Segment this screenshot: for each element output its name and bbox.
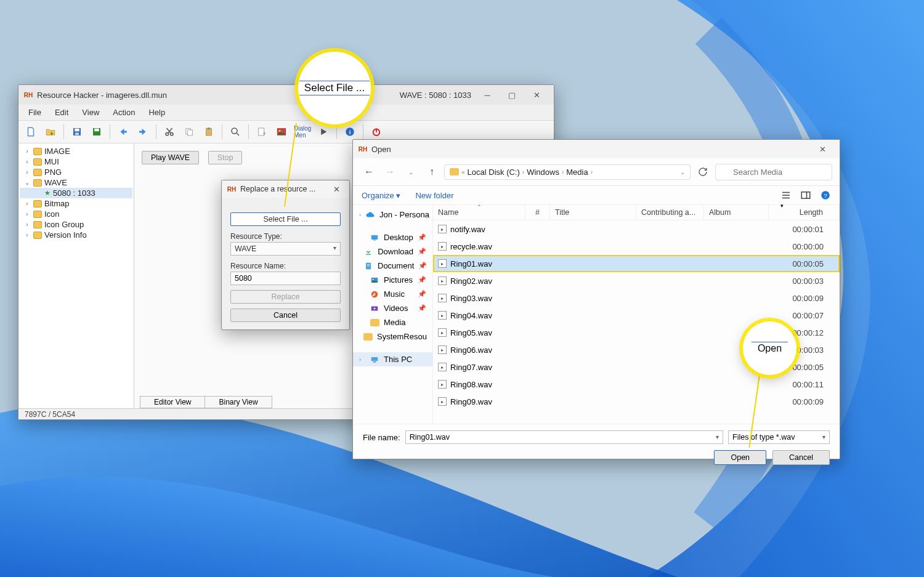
pin-icon[interactable]: 📌 xyxy=(418,262,427,270)
pin-icon[interactable]: 📌 xyxy=(418,233,426,241)
pin-icon[interactable]: 📌 xyxy=(418,276,426,284)
new-folder-button[interactable]: New folder xyxy=(415,191,453,200)
sidebar-item-download[interactable]: Download📌 xyxy=(353,244,432,259)
file-list-rows[interactable]: ▸notify.wav00:00:01▸recycle.wav00:00:00▸… xyxy=(433,220,840,424)
menu-help[interactable]: Help xyxy=(142,106,171,119)
sidebar-item-this-pc[interactable]: ›This PC xyxy=(353,352,432,366)
crumb-media[interactable]: Media xyxy=(566,167,588,177)
tree-caret-icon[interactable]: › xyxy=(23,232,31,238)
save-as-icon[interactable] xyxy=(88,123,105,140)
file-row[interactable]: ▸notify.wav00:00:01 xyxy=(433,220,840,238)
forward-icon[interactable]: → xyxy=(381,163,399,180)
sidebar-item-media[interactable]: Media xyxy=(353,315,432,329)
file-row[interactable]: ▸Ring03.wav00:00:09 xyxy=(433,289,840,307)
sidebar-item-desktop[interactable]: Desktop📌 xyxy=(353,230,432,244)
filename-input[interactable]: Ring01.wav xyxy=(405,430,723,444)
open-sidebar[interactable]: ›Jon - PersonaDesktop📌Download📌Document📌… xyxy=(353,205,433,424)
copy-icon[interactable] xyxy=(180,123,198,140)
tree-item-wave[interactable]: ⌄WAVE xyxy=(20,177,132,188)
search-input[interactable] xyxy=(715,164,832,180)
arrow-left-icon[interactable] xyxy=(115,123,132,140)
tree-caret-icon[interactable]: › xyxy=(23,158,31,165)
sidebar-item-music[interactable]: Music📌 xyxy=(353,287,432,301)
view-mode-icon[interactable]: ▾ xyxy=(780,190,792,201)
new-file-icon[interactable] xyxy=(22,123,39,140)
arrow-right-icon[interactable] xyxy=(134,123,152,140)
menu-action[interactable]: Action xyxy=(107,106,141,119)
play-wave-button[interactable]: Play WAVE xyxy=(142,151,199,164)
file-row[interactable]: ▸Ring04.wav00:00:07 xyxy=(433,307,840,324)
power-icon[interactable] xyxy=(368,123,385,140)
editor-view-tab[interactable]: Editor View xyxy=(140,396,205,408)
tree-item-image[interactable]: ›IMAGE xyxy=(20,146,132,156)
save-icon[interactable] xyxy=(68,123,86,140)
file-row[interactable]: ▸recycle.wav00:00:00 xyxy=(433,238,840,255)
rh-titlebar[interactable]: RH Resource Hacker - imageres.dll.mun WA… xyxy=(18,85,554,105)
pin-icon[interactable]: 📌 xyxy=(418,304,426,312)
chevron-icon[interactable]: › xyxy=(359,212,361,218)
resource-type-combo[interactable]: WAVE xyxy=(230,242,341,256)
col-title[interactable]: Title xyxy=(550,205,636,220)
pin-icon[interactable]: 📌 xyxy=(418,248,426,256)
file-row[interactable]: ▸Ring09.wav00:00:09 xyxy=(433,393,840,410)
sidebar-item-document[interactable]: Document📌 xyxy=(353,259,432,273)
pin-icon[interactable]: 📌 xyxy=(418,290,426,298)
menu-view[interactable]: View xyxy=(76,106,105,119)
tree-caret-icon[interactable]: › xyxy=(23,169,31,176)
cancel-button[interactable]: Cancel xyxy=(230,309,341,322)
close-button[interactable]: ✕ xyxy=(524,86,549,103)
add-resource-icon[interactable]: + xyxy=(253,123,270,140)
menu-file[interactable]: File xyxy=(22,106,47,119)
organize-menu[interactable]: Organize ▾ xyxy=(362,191,400,200)
tree-item-icon[interactable]: ›Icon xyxy=(20,209,132,219)
tree-item-mui[interactable]: ›MUI xyxy=(20,156,132,167)
tree-caret-icon[interactable]: › xyxy=(23,200,31,207)
replace-button[interactable]: Replace xyxy=(230,290,341,304)
minimize-button[interactable]: ─ xyxy=(475,86,500,103)
paste-icon[interactable] xyxy=(200,123,217,140)
breadcrumb[interactable]: « Local Disk (C:) › Windows › Media › ⌄ xyxy=(444,164,691,180)
sidebar-item-videos[interactable]: Videos📌 xyxy=(353,301,432,315)
tree-caret-icon[interactable]: › xyxy=(23,221,31,228)
info-icon[interactable]: i xyxy=(341,123,359,140)
open-button[interactable]: Open xyxy=(714,450,766,465)
select-file-button[interactable]: Select File ... xyxy=(230,212,341,226)
file-row[interactable]: ▸Ring02.wav00:00:03 xyxy=(433,272,840,289)
tree-item-5080-1033[interactable]: ★5080 : 1033 xyxy=(20,188,132,198)
file-row[interactable]: ▸Ring01.wav00:00:05 xyxy=(433,255,840,272)
cut-icon[interactable] xyxy=(161,123,178,140)
tree-caret-icon[interactable]: › xyxy=(23,211,31,217)
crumb-expand-icon[interactable]: ⌄ xyxy=(680,169,685,176)
preview-pane-icon[interactable] xyxy=(800,190,811,201)
play-icon[interactable] xyxy=(315,123,332,140)
search-icon[interactable] xyxy=(227,123,244,140)
back-icon[interactable]: ← xyxy=(360,163,378,180)
chevron-icon[interactable]: › xyxy=(359,357,365,363)
tree-item-png[interactable]: ›PNG xyxy=(20,167,132,177)
col-name[interactable]: ⌃Name xyxy=(433,205,525,220)
col-album[interactable]: Album xyxy=(704,205,769,220)
crumb-windows[interactable]: Windows xyxy=(527,167,559,177)
sidebar-item-systemresou[interactable]: SystemResou xyxy=(353,329,432,344)
resource-tree[interactable]: ›IMAGE›MUI›PNG⌄WAVE★5080 : 1033›Bitmap›I… xyxy=(18,143,134,410)
tree-item-version-info[interactable]: ›Version Info xyxy=(20,230,132,240)
binary-view-tab[interactable]: Binary View xyxy=(205,396,272,408)
stop-button[interactable]: Stop xyxy=(208,151,243,164)
menu-edit[interactable]: Edit xyxy=(49,106,75,119)
tree-caret-icon[interactable]: ⌄ xyxy=(23,179,31,186)
col-contrib[interactable]: Contributing a... xyxy=(636,205,704,220)
col-length[interactable]: Length xyxy=(769,205,840,220)
tree-item-bitmap[interactable]: ›Bitmap xyxy=(20,198,132,209)
close-button[interactable]: ✕ xyxy=(810,141,835,157)
cancel-button[interactable]: Cancel xyxy=(772,450,830,465)
tree-caret-icon[interactable]: › xyxy=(23,148,31,155)
close-button[interactable]: ✕ xyxy=(328,182,344,196)
sidebar-item-pictures[interactable]: Pictures📌 xyxy=(353,273,432,287)
file-row[interactable]: ▸Ring08.wav00:00:11 xyxy=(433,376,840,393)
maximize-button[interactable]: ▢ xyxy=(500,86,524,103)
file-filter-combo[interactable]: Files of type *.wav xyxy=(728,430,830,444)
sidebar-item-jon-persona[interactable]: ›Jon - Persona xyxy=(353,208,432,222)
col-num[interactable]: # xyxy=(525,205,550,220)
tree-item-icon-group[interactable]: ›Icon Group xyxy=(20,219,132,230)
crumb-c[interactable]: Local Disk (C:) xyxy=(468,167,520,177)
